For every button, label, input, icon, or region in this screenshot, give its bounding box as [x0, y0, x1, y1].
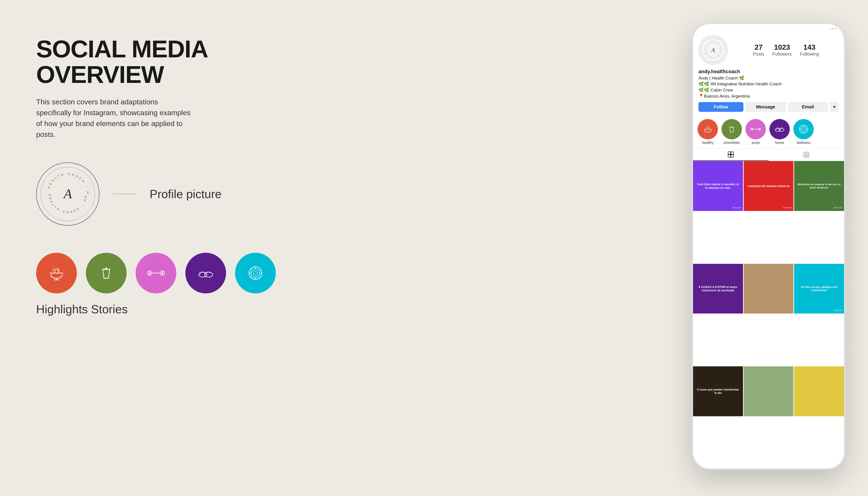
posts-label: Posts — [753, 51, 764, 57]
profile-logo-circle: · HEALTH COACH · HEALTH COACH · HEALTH C… — [36, 162, 100, 226]
posts-count: 27 — [753, 43, 764, 51]
bowl-icon-small — [702, 124, 713, 135]
ring-icon — [245, 263, 266, 283]
avatar-logo: A — [704, 41, 722, 59]
highlight-home — [185, 253, 226, 293]
svg-point-18 — [254, 271, 257, 275]
dumbbell-icon — [146, 263, 166, 283]
followers-count: 1023 — [773, 43, 792, 51]
post-cell-1[interactable]: Casi todo vuelve a suceder, si lo desvía… — [693, 161, 743, 211]
stat-posts: 27 Posts — [753, 43, 764, 57]
highlights-label: Highlights Stories — [36, 303, 222, 316]
slippers-icon — [196, 263, 216, 283]
story-circle-home — [769, 119, 790, 139]
stat-following: 143 Following — [800, 43, 819, 57]
page-description: This section covers brand adaptations sp… — [36, 96, 194, 140]
arrow-line — [113, 192, 136, 196]
phone-mockup: ··· A 27 — [692, 22, 845, 470]
svg-rect-47 — [731, 155, 734, 157]
post-cell-5[interactable] — [744, 264, 794, 314]
story-circle-smoothies — [721, 119, 742, 139]
three-dots-menu[interactable]: ··· — [829, 25, 837, 32]
story-highlights: healthy smoothies — [693, 115, 844, 149]
profile-initials: A — [64, 186, 72, 202]
profile-username: andy.healthcoach — [699, 69, 740, 74]
story-home[interactable]: home — [769, 119, 790, 145]
story-circle-jump — [746, 119, 766, 139]
story-label-healthy: healthy — [702, 141, 714, 145]
story-label-smoothies: smoothies — [723, 141, 740, 145]
cup-icon-small — [726, 124, 737, 135]
ring-icon-small — [798, 124, 809, 135]
insta-avatar-inner: A — [701, 37, 725, 62]
svg-rect-45 — [731, 152, 734, 154]
grid-icon — [728, 151, 734, 158]
post-cell-6[interactable]: Un día a la vez, siempre con consciencia… — [794, 264, 844, 314]
svg-rect-44 — [728, 152, 731, 154]
post-cell-8[interactable] — [744, 366, 794, 416]
story-healthy[interactable]: healthy — [698, 119, 718, 145]
tab-tagged[interactable] — [768, 149, 844, 161]
svg-rect-48 — [804, 152, 809, 157]
bio-line3: 🌿🌿 Cabin Crew — [699, 87, 839, 93]
page-title: SOCIAL MEDIA OVERVIEW — [36, 36, 222, 88]
highlight-wellness — [235, 253, 276, 293]
svg-text:A: A — [711, 47, 715, 53]
highlights-section: Highlights Stories — [36, 253, 222, 316]
profile-actions: Follow Message Email ▾ — [699, 102, 839, 112]
story-wellness[interactable]: wellness — [793, 119, 814, 145]
profile-top-row: A 27 Posts 1023 Followers 143 — [699, 35, 839, 65]
email-button[interactable]: Email — [788, 102, 828, 112]
highlight-jump — [136, 253, 176, 293]
highlight-smoothies — [86, 253, 126, 293]
svg-rect-32 — [751, 128, 752, 130]
phone-status-bar: ··· — [693, 24, 844, 33]
highlight-healthy — [36, 253, 77, 293]
following-count: 143 — [800, 43, 819, 51]
insta-avatar: A — [699, 35, 728, 65]
bowl-icon — [46, 263, 67, 283]
profile-bio: andy.healthcoach Andy | Health Coach 🌿 🌿… — [699, 68, 839, 99]
bio-line2: 🌿🌿 IIN Integrative Nutrition Health Coac… — [699, 81, 839, 87]
message-button[interactable]: Message — [745, 102, 786, 112]
following-label: Following — [800, 51, 819, 57]
profile-header: A 27 Posts 1023 Followers 143 — [693, 33, 844, 115]
post-cell-4[interactable]: 4 COSAS A EVITAR si tenés trastornos de … — [693, 264, 743, 314]
svg-rect-11 — [148, 272, 149, 275]
slippers-icon-small — [774, 124, 785, 135]
post-cell-7[interactable]: 5 cosas que pueden transformar tu día — [693, 366, 743, 416]
dumbbell-icon-small — [750, 124, 761, 135]
profile-picture-label: Profile picture — [150, 187, 222, 201]
svg-point-17 — [251, 269, 259, 277]
instagram-content: A 27 Posts 1023 Followers 143 — [693, 33, 844, 468]
post-cell-2[interactable]: comienzo de semana check-in Slerynda — [744, 161, 794, 211]
highlights-circles — [36, 253, 222, 293]
bio-line4: 📍Buenos Aires, Argentina — [699, 93, 839, 99]
svg-rect-13 — [163, 272, 164, 275]
followers-label: Followers — [773, 51, 792, 57]
post-cell-3[interactable]: Beneficios de empezar el día con un buen… — [794, 161, 844, 211]
svg-point-3 — [135, 193, 135, 194]
dropdown-button[interactable]: ▾ — [830, 102, 839, 112]
story-jump[interactable]: jump — [746, 119, 766, 145]
bio-line1: Andy | Health Coach 🌿 — [699, 75, 839, 81]
left-section: SOCIAL MEDIA OVERVIEW This section cover… — [36, 36, 222, 316]
follow-button[interactable]: Follow — [699, 102, 744, 112]
profile-picture-section: · HEALTH COACH · HEALTH COACH · HEALTH C… — [36, 162, 222, 226]
svg-rect-34 — [760, 128, 761, 130]
story-circle-healthy — [698, 119, 718, 139]
tab-bar — [693, 149, 844, 161]
tagged-icon — [803, 152, 809, 158]
story-smoothies[interactable]: smoothies — [721, 119, 742, 145]
stat-followers: 1023 Followers — [773, 43, 792, 57]
profile-logo-inner: · HEALTH COACH · HEALTH COACH · HEALTH C… — [41, 167, 95, 221]
story-label-wellness: wellness — [796, 141, 810, 145]
story-label-home: home — [775, 141, 784, 145]
svg-point-38 — [801, 127, 806, 132]
svg-point-39 — [803, 128, 805, 130]
post-cell-9[interactable] — [794, 366, 844, 416]
svg-rect-46 — [728, 155, 731, 157]
story-circle-wellness — [793, 119, 814, 139]
svg-point-49 — [805, 153, 807, 155]
tab-grid[interactable] — [693, 149, 768, 161]
